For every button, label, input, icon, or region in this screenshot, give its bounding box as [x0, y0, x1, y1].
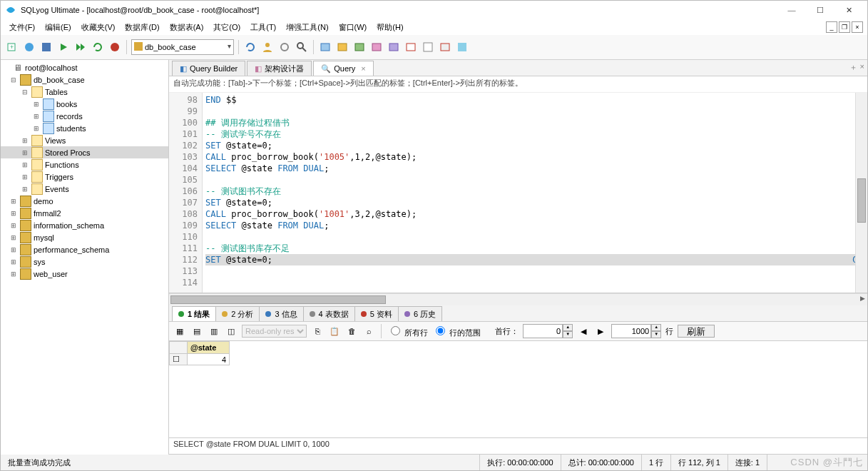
tree-web-user[interactable]: web_user — [34, 270, 68, 278]
tree-demo[interactable]: demo — [34, 197, 53, 206]
spin-down-icon[interactable]: ▼ — [563, 331, 573, 338]
grid-view-icon[interactable]: ▦ — [173, 325, 186, 338]
close-all-icon[interactable]: × — [860, 62, 864, 73]
tab-doc[interactable]: 5 资料 — [354, 306, 399, 321]
tree-performance-schema[interactable]: performance_schema — [34, 245, 109, 254]
tab-history[interactable]: 6 历史 — [398, 306, 442, 321]
schedule-icon[interactable] — [404, 40, 418, 54]
menu-other[interactable]: 其它(O) — [209, 21, 245, 34]
tree-information-schema[interactable]: information_schema — [34, 221, 104, 230]
new-query-icon[interactable] — [22, 40, 36, 54]
maximize-button[interactable]: ☐ — [806, 2, 834, 18]
spin-up-icon[interactable]: ▲ — [563, 324, 573, 331]
tab-close-icon[interactable]: × — [361, 64, 365, 73]
tab-info[interactable]: 3 信息 — [259, 306, 303, 321]
minimize-button[interactable]: — — [777, 2, 806, 18]
execute-all-icon[interactable] — [73, 40, 88, 54]
user-icon[interactable] — [260, 40, 275, 54]
prev-page-icon[interactable]: ◀ — [577, 325, 590, 338]
spin-down-icon[interactable]: ▼ — [651, 331, 661, 338]
tree-students[interactable]: students — [56, 124, 86, 133]
cell-value[interactable]: 4 — [188, 354, 230, 365]
settings-icon[interactable] — [277, 40, 292, 54]
export-icon[interactable] — [335, 40, 349, 54]
window-title: SQLyog Ultimate - [localhost@root/db_boo… — [21, 6, 259, 14]
column-header[interactable]: @state — [188, 342, 230, 354]
tree-db-book-case[interactable]: db_book_case — [34, 76, 85, 84]
svg-marker-4 — [61, 44, 67, 51]
import-icon[interactable] — [352, 40, 367, 54]
menu-database[interactable]: 数据库(D) — [121, 21, 163, 34]
filter-icon[interactable]: ⌕ — [362, 325, 375, 338]
tab-analyze[interactable]: 2 分析 — [215, 306, 260, 321]
format-icon[interactable] — [455, 40, 469, 54]
tab-schema-designer[interactable]: ◧架构设计器 — [247, 61, 312, 76]
tree-views[interactable]: Views — [45, 136, 66, 145]
form-view-icon[interactable]: ▤ — [190, 325, 203, 338]
chart-view-icon[interactable]: ◫ — [225, 325, 238, 338]
new-connection-icon[interactable]: + — [5, 40, 19, 54]
spin-up-icon[interactable]: ▲ — [651, 324, 661, 331]
readonly-select[interactable]: Read-only res — [242, 325, 307, 338]
close-button[interactable]: ✕ — [834, 2, 863, 18]
tab-result[interactable]: 1 结果 — [172, 306, 216, 321]
copy-result-icon[interactable]: 📋 — [328, 325, 341, 338]
database-selector[interactable]: db_book_case — [131, 39, 234, 55]
report-icon[interactable] — [421, 40, 435, 54]
row-header[interactable]: ☐ — [170, 354, 188, 365]
save-icon[interactable] — [39, 40, 53, 54]
tree-functions[interactable]: Functions — [45, 161, 79, 169]
next-page-icon[interactable]: ▶ — [594, 325, 607, 338]
menu-favorites[interactable]: 收藏夹(V) — [77, 21, 120, 34]
export-result-icon[interactable]: ⎘ — [311, 325, 324, 338]
stop-icon[interactable] — [108, 40, 122, 54]
table-icon[interactable] — [318, 40, 332, 54]
tree-fmmall2[interactable]: fmmall2 — [34, 209, 61, 218]
first-row-input[interactable] — [523, 324, 563, 338]
tree-host[interactable]: root@localhost — [25, 64, 78, 72]
calendar-icon[interactable] — [438, 40, 452, 54]
result-grid[interactable]: @state ☐4 — [169, 341, 867, 438]
execute-icon[interactable] — [56, 40, 71, 54]
menu-edit[interactable]: 编辑(E) — [41, 21, 76, 34]
tree-stored-procs[interactable]: Stored Procs — [45, 148, 91, 157]
radio-row-range[interactable]: 行的范围 — [432, 324, 481, 338]
text-view-icon[interactable]: ▥ — [208, 325, 220, 338]
svg-point-9 — [281, 44, 288, 51]
tree-mysql[interactable]: mysql — [34, 233, 54, 242]
vertical-scrollbar[interactable] — [855, 93, 867, 293]
tab-query-builder[interactable]: ◧Query Builder — [172, 61, 245, 76]
find-icon[interactable] — [295, 40, 309, 54]
row-count-input[interactable] — [611, 324, 651, 338]
mdi-restore-button[interactable]: ❐ — [839, 21, 850, 33]
menu-advanced[interactable]: 增强工具(N) — [282, 21, 332, 34]
svg-point-7 — [111, 43, 119, 51]
menu-table[interactable]: 数据表(A) — [165, 21, 208, 34]
tab-query[interactable]: 🔍Query× — [313, 61, 373, 76]
mdi-close-button[interactable]: × — [852, 21, 863, 33]
sync-icon[interactable] — [387, 40, 401, 54]
expand-icon[interactable]: ⊟ — [9, 76, 18, 83]
backup-icon[interactable] — [369, 40, 384, 54]
tree-tables[interactable]: Tables — [45, 88, 68, 96]
menu-help[interactable]: 帮助(H) — [372, 21, 407, 34]
sql-editor[interactable]: END $$ ## 调用存储过程借书-- 测试学号不存在SET @state=0… — [203, 93, 855, 293]
refresh-icon[interactable] — [91, 40, 105, 54]
horizontal-scrollbar[interactable] — [169, 293, 867, 305]
object-browser[interactable]: 🖥root@localhost ⊟db_book_case ⊟Tables ⊞b… — [1, 60, 169, 455]
refresh2-icon[interactable] — [243, 40, 257, 54]
menu-tools[interactable]: 工具(T) — [246, 21, 280, 34]
new-tab-icon[interactable]: ＋ — [849, 62, 857, 73]
tree-sys[interactable]: sys — [34, 258, 46, 266]
tree-triggers[interactable]: Triggers — [45, 173, 73, 181]
tree-events[interactable]: Events — [45, 185, 69, 193]
menu-window[interactable]: 窗口(W) — [335, 21, 372, 34]
tree-records[interactable]: records — [56, 112, 83, 121]
mdi-minimize-button[interactable]: _ — [826, 21, 837, 33]
menu-file[interactable]: 文件(F) — [5, 21, 39, 34]
delete-row-icon[interactable]: 🗑 — [345, 325, 358, 338]
refresh-button[interactable]: 刷新 — [678, 325, 715, 338]
tree-books[interactable]: books — [56, 100, 77, 108]
tab-tabledata[interactable]: 4 表数据 — [303, 306, 355, 321]
radio-all-rows[interactable]: 所有行 — [387, 324, 428, 338]
